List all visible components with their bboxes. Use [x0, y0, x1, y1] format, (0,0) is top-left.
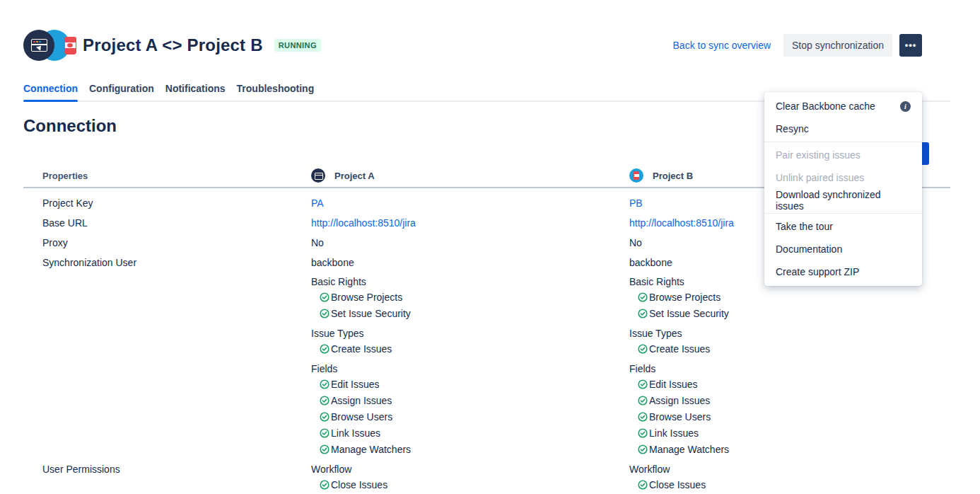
permission-section-title: Fields [311, 362, 629, 376]
permission-item: Set Issue Security [320, 305, 629, 321]
project-a-sync-user-value: backbone [311, 257, 629, 268]
permission-section: FieldsEdit IssuesAssign IssuesBrowse Use… [311, 362, 629, 457]
coffee-cup-icon [64, 37, 76, 54]
permission-item: Create Issues [638, 340, 950, 357]
project-a-key-link[interactable]: PA [311, 197, 324, 209]
permission-item: Close Issues [638, 476, 950, 493]
check-circle-icon [320, 396, 329, 406]
check-circle-icon [320, 444, 329, 454]
permission-section-title: Fields [629, 362, 950, 376]
menu-item-resync[interactable]: Resync [764, 117, 922, 140]
permission-item: Browse Projects [320, 289, 629, 305]
check-circle-icon [320, 309, 329, 318]
project-b-base-url-link[interactable]: http://localhost:8510/jira [629, 217, 734, 229]
tab-notifications[interactable]: Notifications [165, 74, 226, 100]
logo-projecta-circle [23, 30, 54, 61]
menu-separator [764, 213, 922, 214]
menu-item-documentation[interactable]: Documentation [764, 238, 922, 260]
permission-item: Edit Issues [638, 376, 950, 392]
project-b-permissions: Basic RightsBrowse ProjectsSet Issue Sec… [629, 272, 950, 493]
check-circle-icon [638, 379, 648, 389]
row-label: Synchronization User [23, 257, 311, 268]
check-circle-icon [638, 428, 648, 438]
menu-separator [764, 142, 922, 142]
check-circle-icon [638, 444, 648, 454]
permission-item: Assign Issues [320, 392, 629, 408]
permission-item-label: Set Issue Security [331, 308, 411, 319]
permission-item-label: Set Issue Security [649, 308, 729, 319]
permission-section-title: Issue Types [629, 326, 950, 340]
tab-troubleshooting[interactable]: Troubleshooting [237, 74, 315, 100]
project-a-base-url-link[interactable]: http://localhost:8510/jira [311, 217, 416, 229]
permission-item-label: Close Issues [649, 479, 706, 490]
stop-synchronization-button[interactable]: Stop synchronization [783, 34, 892, 57]
tab-connection[interactable]: Connection [23, 74, 78, 100]
project-a-column-header: Project A [311, 168, 629, 183]
page-title: Project A <> Project B [83, 35, 263, 55]
row-label: Proxy [23, 237, 311, 248]
app-header: Project A <> Project B RUNNING Back to s… [23, 28, 950, 62]
status-badge: RUNNING [274, 39, 321, 52]
menu-item-unlink-paired-issues: Unlink paired issues [764, 166, 922, 189]
menu-item-clear-backbone-cache[interactable]: Clear Backbone cache i [764, 95, 922, 117]
permission-section-title: Issue Types [311, 326, 629, 340]
permission-item-label: Assign Issues [649, 395, 710, 406]
project-a-proxy-value: No [311, 237, 629, 248]
menu-item-pair-existing-issues: Pair existing issues [764, 144, 922, 166]
menu-item-download-synchronized-issues[interactable]: Download synchronized issues [764, 189, 922, 212]
permission-item-label: Manage Watchers [649, 444, 729, 455]
more-actions-button[interactable]: ••• [899, 34, 922, 57]
permission-item: Manage Watchers [638, 441, 950, 457]
permission-item-label: Edit Issues [649, 379, 697, 390]
back-to-sync-overview-link[interactable]: Back to sync overview [673, 40, 771, 51]
backbone-sync-logo [23, 29, 70, 62]
permission-item-label: Browse Users [649, 411, 711, 423]
permission-section: FieldsEdit IssuesAssign IssuesBrowse Use… [629, 362, 950, 457]
check-circle-icon [638, 480, 648, 490]
permission-item: Create Issues [320, 340, 629, 357]
table-row-user-permissions: User Permissions Basic RightsBrowse Proj… [23, 272, 950, 493]
permission-item-label: Browse Users [331, 411, 392, 423]
more-actions-dropdown-menu: Clear Backbone cache i Resync Pair exist… [764, 92, 922, 286]
check-circle-icon [638, 412, 648, 422]
menu-item-take-the-tour[interactable]: Take the tour [764, 215, 922, 238]
row-label: Project Key [23, 197, 311, 209]
permission-item-label: Create Issues [649, 343, 710, 355]
permission-item: Manage Watchers [320, 441, 629, 457]
check-circle-icon [320, 292, 329, 302]
check-circle-icon [320, 428, 329, 438]
permission-item-label: Link Issues [649, 427, 699, 439]
project-b-avatar-icon [629, 168, 643, 183]
check-circle-icon [638, 396, 648, 406]
permission-item-label: Manage Watchers [331, 444, 411, 455]
permission-section-title: Basic Rights [311, 275, 629, 289]
check-circle-icon [638, 344, 648, 354]
permission-section: Issue TypesCreate Issues [311, 326, 629, 357]
check-circle-icon [320, 480, 329, 490]
header-actions: Back to sync overview Stop synchronizati… [673, 34, 922, 57]
project-a-permissions: Basic RightsBrowse ProjectsSet Issue Sec… [311, 272, 629, 493]
permission-section: Basic RightsBrowse ProjectsSet Issue Sec… [311, 275, 629, 321]
tab-configuration[interactable]: Configuration [89, 74, 154, 100]
info-icon: i [900, 101, 911, 112]
permission-item-label: Assign Issues [331, 395, 392, 406]
permission-item: Close Issues [320, 476, 629, 493]
check-circle-icon [320, 412, 329, 422]
permission-section-title: Workflow [629, 462, 950, 476]
row-label: Base URL [23, 217, 311, 229]
permission-item-label: Link Issues [331, 427, 380, 439]
permission-item-label: Edit Issues [331, 379, 379, 390]
rocket-icon [36, 44, 43, 51]
permission-section-title: Workflow [311, 462, 629, 476]
menu-item-create-support-zip[interactable]: Create support ZIP [764, 260, 922, 283]
permission-item: Browse Projects [638, 289, 950, 305]
permission-item: Edit Issues [320, 376, 629, 392]
row-label: User Permissions [23, 272, 311, 493]
project-b-key-link[interactable]: PB [629, 197, 643, 209]
permission-section: WorkflowClose Issues [629, 462, 950, 493]
check-circle-icon [320, 379, 329, 389]
permission-item: Link Issues [320, 425, 629, 441]
browser-window-icon [31, 39, 47, 52]
properties-column-header: Properties [23, 171, 311, 181]
permission-item-label: Browse Projects [331, 292, 402, 303]
